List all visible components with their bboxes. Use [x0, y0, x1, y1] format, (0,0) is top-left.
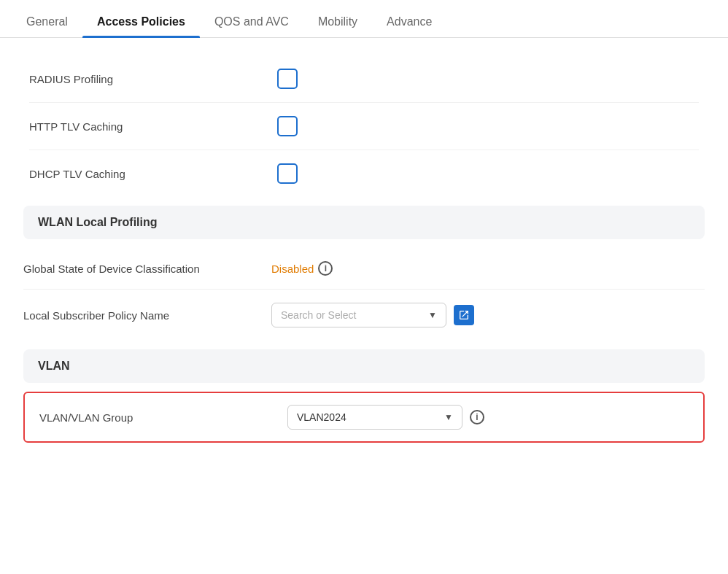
tab-bar: General Access Policies QOS and AVC Mobi…: [0, 0, 728, 38]
http-tlv-caching-row: HTTP TLV Caching: [29, 103, 699, 150]
local-subscriber-control: Search or Select ▼: [271, 303, 705, 327]
vlan-group-control: VLAN2024 ▼ i: [287, 405, 689, 430]
dhcp-tlv-caching-label: DHCP TLV Caching: [29, 168, 277, 180]
global-state-control: Disabled i: [271, 261, 705, 276]
dhcp-tlv-caching-row: DHCP TLV Caching: [29, 150, 699, 197]
local-subscriber-label: Local Subscriber Policy Name: [23, 309, 271, 322]
tab-general[interactable]: General: [12, 7, 82, 37]
vlan-group-dropdown[interactable]: VLAN2024 ▼: [287, 405, 462, 430]
tab-access-policies[interactable]: Access Policies: [82, 7, 200, 37]
global-state-value: Disabled: [271, 263, 314, 275]
global-state-info-icon[interactable]: i: [318, 261, 333, 276]
tab-advance[interactable]: Advance: [372, 7, 446, 37]
global-state-label: Global State of Device Classification: [23, 263, 271, 275]
main-content: RADIUS Profiling HTTP TLV Caching DHCP T…: [0, 38, 728, 466]
top-fields: RADIUS Profiling HTTP TLV Caching DHCP T…: [23, 55, 705, 197]
radius-profiling-row: RADIUS Profiling: [29, 55, 699, 103]
http-tlv-caching-checkbox[interactable]: [277, 116, 298, 136]
http-tlv-caching-control: [277, 116, 699, 136]
tab-qos-avc[interactable]: QOS and AVC: [200, 7, 303, 37]
radius-profiling-label: RADIUS Profiling: [29, 73, 277, 85]
local-subscriber-dropdown[interactable]: Search or Select ▼: [271, 303, 446, 327]
radius-profiling-control: [277, 69, 699, 89]
dhcp-tlv-caching-control: [277, 163, 699, 184]
local-subscriber-arrow-icon: ▼: [428, 310, 437, 320]
local-subscriber-row: Local Subscriber Policy Name Search or S…: [23, 290, 705, 341]
vlan-group-arrow-icon: ▼: [444, 412, 453, 422]
vlan-section: VLAN VLAN/VLAN Group VLAN2024 ▼ i: [23, 349, 705, 443]
global-state-row: Global State of Device Classification Di…: [23, 248, 705, 290]
http-tlv-caching-label: HTTP TLV Caching: [29, 120, 277, 133]
local-subscriber-placeholder: Search or Select: [281, 309, 357, 321]
vlan-group-info-icon[interactable]: i: [470, 410, 484, 424]
dhcp-tlv-caching-checkbox[interactable]: [277, 163, 298, 184]
radius-profiling-checkbox[interactable]: [277, 69, 298, 89]
vlan-group-value: VLAN2024: [297, 411, 346, 423]
vlan-group-row: VLAN/VLAN Group VLAN2024 ▼ i: [23, 392, 705, 443]
vlan-section-header: VLAN: [23, 349, 705, 383]
local-subscriber-ext-link-icon[interactable]: [454, 305, 474, 325]
vlan-group-label: VLAN/VLAN Group: [39, 411, 287, 424]
wlan-local-profiling-header: WLAN Local Profiling: [23, 206, 705, 239]
wlan-local-profiling-section: WLAN Local Profiling Global State of Dev…: [23, 206, 705, 341]
tab-mobility[interactable]: Mobility: [303, 7, 372, 37]
